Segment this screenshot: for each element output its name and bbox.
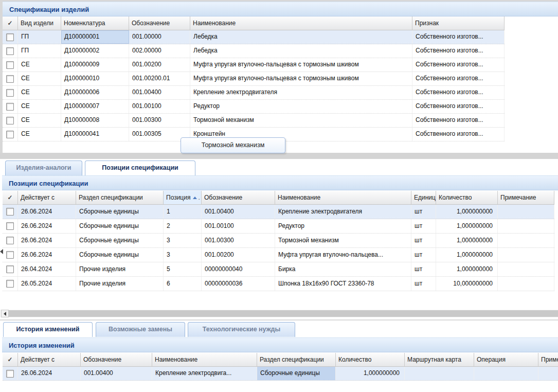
select-all-checkmark-icon[interactable]: ✓ [3, 16, 18, 30]
tab-0[interactable]: История изменений [3, 322, 93, 337]
table-cell[interactable] [538, 367, 558, 380]
table-cell[interactable] [498, 205, 554, 219]
tab-2[interactable]: Технологические нужды [188, 322, 295, 337]
table-cell[interactable]: 26.06.2024 [18, 367, 81, 380]
table-cell[interactable]: шт [411, 234, 436, 247]
table-cell[interactable]: Крепление электродвигателя [190, 86, 412, 99]
table-cell[interactable]: 1,000000000 [436, 234, 498, 247]
table-cell[interactable] [498, 262, 554, 276]
table-row[interactable]: 26.06.2024001.00400Крепление электродвиг… [3, 367, 558, 381]
table-cell[interactable]: 001.00300 [202, 234, 275, 247]
table-cell[interactable]: 001.00200 [202, 248, 275, 262]
checkbox[interactable] [6, 265, 14, 273]
horizontal-scrollbar[interactable] [0, 310, 558, 317]
table-cell[interactable]: 001.00400 [81, 367, 152, 380]
column-header-0[interactable]: Вид издели [18, 16, 61, 30]
table-cell[interactable]: ГП [18, 44, 61, 58]
table-cell[interactable]: 001.00200.01 [129, 72, 190, 85]
column-header-6[interactable]: Операция [474, 353, 538, 366]
table-cell[interactable]: 002.00000 [129, 44, 190, 58]
checkbox[interactable] [6, 47, 14, 55]
column-header-6[interactable]: Количество [436, 191, 498, 204]
table-cell[interactable] [498, 219, 554, 233]
table-row[interactable]: СЕД100000008001.00300Тормозной механизмС… [3, 114, 505, 128]
table-cell[interactable]: Собственного изготов... [412, 128, 505, 141]
table-cell[interactable]: 001.00400 [202, 205, 275, 219]
checkbox[interactable] [6, 251, 14, 259]
table-cell[interactable]: 00000000036 [202, 277, 275, 291]
table-cell[interactable]: Редуктор [190, 100, 412, 113]
checkbox[interactable] [6, 208, 14, 216]
column-header-2[interactable]: Позиция. [164, 191, 202, 204]
table-cell[interactable]: Д100000010 [61, 72, 129, 85]
checkbox[interactable] [6, 89, 14, 97]
column-header-4[interactable]: Количество [336, 353, 405, 366]
table-cell[interactable]: Д100000008 [61, 114, 129, 127]
table-cell[interactable]: 26.06.2024 [18, 219, 76, 233]
column-header-1[interactable]: Раздел спецификации [76, 191, 164, 204]
checkbox[interactable] [6, 61, 14, 69]
table-cell[interactable]: Д100000007 [61, 100, 129, 113]
horizontal-splitter[interactable] [0, 153, 558, 159]
table-cell[interactable]: 001.00100 [129, 100, 190, 113]
table-row[interactable]: СЕД100000010001.00200.01Муфта упругая вт… [3, 72, 505, 86]
table-cell[interactable]: Сборочные единицы [76, 205, 164, 219]
table-cell[interactable] [498, 277, 554, 291]
column-header-0[interactable]: Действует с [18, 191, 76, 204]
table-cell[interactable] [405, 367, 474, 380]
table-cell[interactable]: 001.00400 [129, 86, 190, 99]
table-cell[interactable]: СЕ [18, 114, 61, 127]
select-all-checkmark-icon[interactable]: ✓ [3, 353, 18, 366]
checkbox[interactable] [6, 75, 14, 83]
table-cell[interactable] [498, 234, 554, 247]
table-cell[interactable]: Бирка [275, 262, 411, 276]
column-header-3[interactable]: Раздел спецификации [257, 353, 336, 366]
table-cell[interactable]: Собственного изготов... [412, 100, 505, 113]
checkbox[interactable] [6, 237, 14, 244]
table-cell[interactable]: 1,000000000 [436, 205, 498, 219]
table-cell[interactable]: 1 [164, 205, 202, 219]
table-cell[interactable]: Крепление электродвига... [152, 367, 257, 380]
table-cell[interactable]: СЕ [18, 86, 61, 99]
column-header-1[interactable]: Номенклатура [61, 16, 129, 30]
tab-0[interactable]: Изделия-аналоги [5, 161, 82, 175]
table-cell[interactable]: Лебедка [190, 44, 412, 58]
table-cell[interactable]: 00000000040 [202, 262, 275, 276]
checkbox[interactable] [6, 222, 14, 230]
table-cell[interactable]: СЕ [18, 58, 61, 72]
checkbox[interactable] [6, 370, 14, 378]
column-header-7[interactable]: Примечание [498, 191, 554, 204]
column-header-3[interactable]: Обозначение [202, 191, 275, 204]
table-cell[interactable] [498, 248, 554, 262]
table-cell[interactable]: Собственного изготов... [412, 58, 505, 72]
column-header-2[interactable]: Наименование [152, 353, 257, 366]
column-header-2[interactable]: Обозначение [129, 16, 190, 30]
table-row[interactable]: 26.06.2024Сборочные единицы2001.00100Ред… [3, 219, 554, 234]
table-row[interactable]: ГПД100000002002.00000ЛебедкаСобственного… [3, 44, 505, 58]
table-cell[interactable]: Муфта упругая втулочно-пальцевая с тормо… [190, 58, 412, 72]
table-cell[interactable]: 26.06.2024 [18, 248, 76, 262]
table-cell[interactable]: Д100000041 [61, 128, 129, 141]
tab-1[interactable]: Позиции спецификации [85, 161, 195, 175]
table-row[interactable]: ГПД100000001001.00000ЛебедкаСобственного… [3, 30, 505, 44]
table-row[interactable]: 26.06.2024Сборочные единицы3001.00300Тор… [3, 234, 554, 248]
select-all-checkmark-icon[interactable]: ✓ [3, 191, 18, 204]
table-cell[interactable]: 1,000000000 [436, 248, 498, 262]
collapse-panel-handle[interactable] [0, 248, 3, 255]
table-row[interactable]: 26.05.2024Прочие изделия600000000036Шпон… [3, 277, 554, 291]
table-cell[interactable]: Собственного изготов... [412, 86, 505, 99]
table-cell[interactable]: шт [411, 219, 436, 233]
table-cell[interactable]: СЕ [18, 100, 61, 113]
table-cell[interactable]: Собственного изготов... [412, 114, 505, 127]
table-cell[interactable]: Сборочные единицы [76, 248, 164, 262]
table-cell[interactable]: Прочие изделия [76, 262, 164, 276]
table-cell[interactable]: Тормозной механизм [275, 234, 411, 247]
table-cell[interactable]: 001.00200 [129, 58, 190, 72]
checkbox[interactable] [6, 33, 14, 41]
table-cell[interactable]: Д100000002 [61, 44, 129, 58]
table-cell[interactable]: Д100000006 [61, 86, 129, 99]
horizontal-splitter[interactable] [0, 319, 558, 320]
table-cell[interactable]: 001.00300 [129, 114, 190, 127]
column-header-0[interactable]: Действует с [18, 353, 81, 366]
table-cell[interactable]: Крепление электродвигателя [275, 205, 411, 219]
